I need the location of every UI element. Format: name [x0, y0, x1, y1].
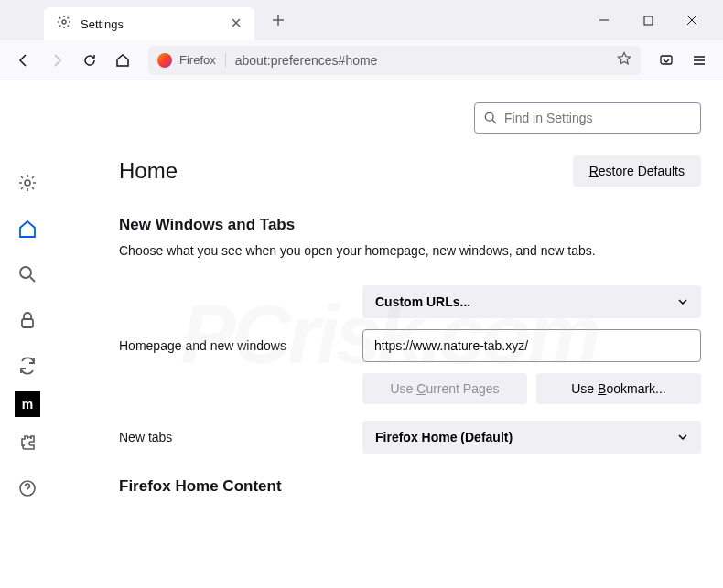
- sidebar-item-extensions[interactable]: [11, 422, 44, 463]
- svg-point-0: [62, 20, 66, 24]
- firefox-logo-icon: [157, 53, 172, 68]
- sidebar-item-search[interactable]: [11, 254, 44, 294]
- sidebar-item-sync[interactable]: [11, 346, 44, 386]
- minimize-button[interactable]: [584, 5, 624, 35]
- sidebar-item-support[interactable]: [11, 468, 44, 508]
- maximize-button[interactable]: [628, 5, 668, 35]
- homepage-url-input[interactable]: [362, 329, 701, 362]
- settings-search-input[interactable]: [504, 111, 691, 125]
- newtabs-dropdown[interactable]: Firefox Home (Default): [362, 421, 701, 454]
- url-bar[interactable]: Firefox about:preferences#home: [148, 46, 641, 75]
- chevron-down-icon: [677, 432, 688, 443]
- svg-point-7: [485, 112, 493, 121]
- svg-rect-5: [22, 319, 33, 327]
- chevron-down-icon: [677, 296, 688, 307]
- section-new-windows-desc: Choose what you see when you open your h…: [119, 243, 701, 258]
- svg-point-4: [20, 267, 31, 278]
- close-window-button[interactable]: [672, 5, 712, 35]
- use-current-pages-button: Use Current Pages: [362, 373, 527, 404]
- svg-point-3: [25, 180, 30, 186]
- sidebar-item-general[interactable]: [11, 163, 44, 203]
- reload-button[interactable]: [75, 46, 104, 75]
- url-brand: Firefox: [179, 53, 226, 67]
- section-firefox-home-content: Firefox Home Content: [119, 477, 701, 496]
- browser-tab[interactable]: Settings: [44, 7, 254, 40]
- newtabs-label: New tabs: [119, 430, 172, 444]
- forward-button: [42, 46, 71, 75]
- section-new-windows-title: New Windows and Tabs: [119, 216, 701, 234]
- settings-search[interactable]: [474, 102, 701, 134]
- app-menu-button[interactable]: [685, 46, 714, 75]
- gear-icon: [57, 15, 71, 33]
- site-identity[interactable]: Firefox: [157, 53, 226, 68]
- svg-rect-1: [644, 16, 653, 25]
- url-text: about:preferences#home: [235, 53, 608, 68]
- new-tab-button[interactable]: [264, 5, 293, 35]
- sidebar-item-mozilla[interactable]: m: [15, 391, 40, 417]
- dropdown-label: Firefox Home (Default): [375, 430, 513, 444]
- use-bookmark-button[interactable]: Use Bookmark...: [536, 373, 701, 404]
- homepage-label: Homepage and new windows: [119, 338, 286, 353]
- dropdown-label: Custom URLs...: [375, 294, 470, 309]
- bookmark-star-icon[interactable]: [617, 51, 631, 69]
- tab-label: Settings: [81, 17, 221, 31]
- pocket-button[interactable]: [652, 46, 681, 75]
- page-title: Home: [119, 158, 178, 184]
- sidebar-item-privacy[interactable]: [11, 300, 44, 340]
- settings-sidebar: m: [0, 80, 55, 588]
- homepage-mode-dropdown[interactable]: Custom URLs...: [362, 285, 701, 318]
- close-icon[interactable]: [231, 16, 242, 32]
- sidebar-item-home[interactable]: [11, 208, 44, 249]
- search-icon: [484, 112, 497, 124]
- back-button[interactable]: [9, 46, 38, 75]
- home-nav-button[interactable]: [108, 46, 137, 75]
- restore-defaults-button[interactable]: Restore Defaults: [573, 155, 701, 187]
